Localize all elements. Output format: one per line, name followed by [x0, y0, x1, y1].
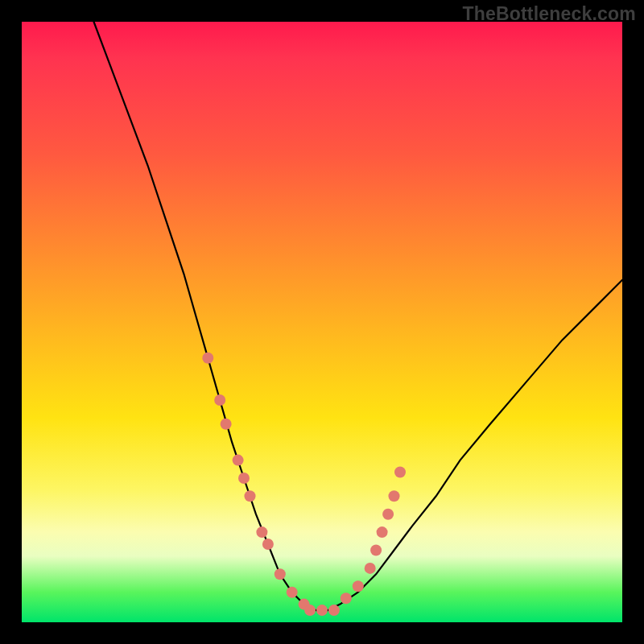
watermark-text: TheBottleneck.com: [462, 3, 636, 25]
marker-point: [370, 545, 382, 556]
marker-point: [377, 526, 388, 538]
marker-point: [233, 455, 244, 466]
marker-point: [287, 587, 298, 598]
marker-point: [245, 490, 256, 502]
marker-point: [214, 394, 225, 406]
marker-point: [275, 568, 286, 580]
marker-point: [316, 605, 328, 616]
marker-point: [353, 580, 364, 592]
marker-point: [389, 490, 400, 502]
bottleneck-curve: [94, 22, 623, 610]
chart-frame: TheBottleneck.com: [0, 0, 644, 644]
marker-point: [365, 563, 376, 574]
highlighted-points: [202, 353, 406, 616]
marker-point: [238, 473, 250, 484]
marker-point: [221, 419, 232, 430]
marker-point: [262, 539, 274, 550]
marker-point: [394, 467, 406, 478]
marker-point: [382, 509, 394, 520]
marker-point: [328, 605, 340, 616]
curve-layer: [22, 22, 622, 622]
marker-point: [202, 353, 213, 364]
plot-area: [22, 22, 622, 622]
marker-point: [256, 526, 267, 538]
marker-point: [341, 592, 352, 604]
marker-point: [304, 605, 316, 616]
